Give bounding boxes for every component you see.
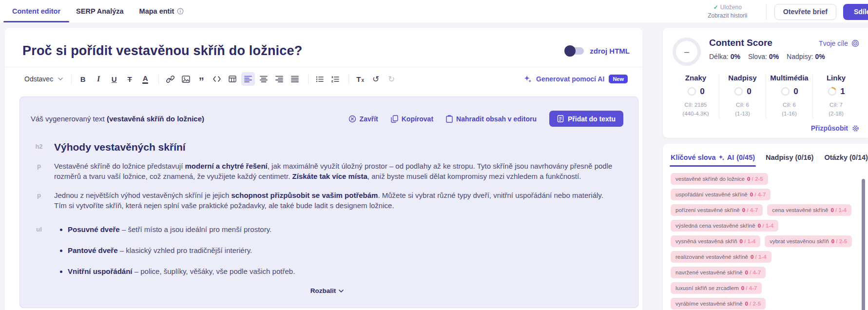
italic-button[interactable]: I xyxy=(92,72,105,86)
keyword-chip[interactable]: navržené vestavěné skříně0 / 4-7 xyxy=(671,267,766,278)
link-button[interactable] xyxy=(163,72,177,86)
editor-toolbar: Odstavec B I U T A ” Tx ↺ ↻ xyxy=(5,67,642,91)
content-score-card: – Content Score Tvoje cíle Délka:0%Slova… xyxy=(663,28,868,138)
tab-serp-anal-za[interactable]: SERP Analýza xyxy=(76,0,124,22)
keyword-chip[interactable]: vysněná vestavěná skříň0 / 1-4 xyxy=(671,235,760,247)
table-button[interactable] xyxy=(226,72,239,86)
metric-goal: Cíl: 7(2-18) xyxy=(814,101,858,118)
blockquote-button[interactable]: ” xyxy=(194,72,208,86)
generated-content: h2Výhody vestavěných skřínípVestavěné sk… xyxy=(31,141,623,276)
expand-button[interactable]: Rozbalit xyxy=(310,287,344,294)
show-history-link[interactable]: Zobrazit historii xyxy=(697,12,758,20)
block-tag-label: p xyxy=(32,192,46,199)
generated-panel-title: Váš vygenerovaný text (vestavěná skříň d… xyxy=(31,115,348,123)
generate-ai-label: Generovat pomocí AI xyxy=(536,75,604,83)
keywords-tab-kl-ov-slova[interactable]: Klíčové slovaAI(0/45) xyxy=(671,154,755,161)
align-left-icon xyxy=(244,76,252,82)
keywords-card: Klíčové slovaAI(0/45)Nadpisy (0/16)Otázk… xyxy=(663,144,868,310)
add-to-text-button[interactable]: Přidat do textu xyxy=(549,111,623,127)
keyword-chip[interactable]: vestavěné skříně do ložnice0 / 2-5 xyxy=(671,173,768,185)
keywords-tab-nadpisy-0-16[interactable]: Nadpisy (0/16) xyxy=(766,154,813,161)
code-button[interactable] xyxy=(210,72,224,86)
keyword-chip[interactable]: vybrat vestavěnou skříň0 / 2-5 xyxy=(765,235,852,247)
keyword-range: / 2-5 xyxy=(750,176,763,182)
image-button[interactable] xyxy=(179,72,193,86)
generated-panel-header: Váš vygenerovaný text (vestavěná skříň d… xyxy=(31,111,623,127)
metric-nadpisy: Nadpisy0Cíl: 6(1-13) xyxy=(719,74,766,118)
copy-button[interactable]: Kopírovat xyxy=(391,115,433,123)
your-goals-link[interactable]: Tvoje cíle xyxy=(819,39,859,47)
keyword-chip[interactable]: pořízení vestavěné skříně0 / 4-7 xyxy=(671,204,763,216)
replace-content-button[interactable]: Nahradit obsah v editoru xyxy=(446,115,537,123)
app-window: Content editorSERP AnalýzaMapa entit ✓Ul… xyxy=(0,0,868,310)
divider xyxy=(766,3,767,20)
keyword-chip[interactable]: luxusní skříň se zrcadlem0 / 4-7 xyxy=(671,282,762,294)
expand-row: Rozbalit xyxy=(31,287,623,294)
new-badge: New xyxy=(609,75,628,83)
keyword-range: / 4-7 xyxy=(744,285,757,291)
italic-icon: I xyxy=(97,75,100,83)
block-tag-label: h2 xyxy=(32,143,46,150)
scrollbar-thumb[interactable] xyxy=(862,179,865,310)
undo-button[interactable]: ↺ xyxy=(369,72,383,86)
redo-button[interactable]: ↻ xyxy=(385,72,398,86)
summary-nadpisy: Nadpisy:0% xyxy=(787,53,825,60)
block-tag-label: p xyxy=(32,162,46,170)
progress-ring-icon xyxy=(780,86,791,97)
font-color-button[interactable]: A xyxy=(138,72,152,86)
info-icon[interactable] xyxy=(177,8,184,15)
goals-icon xyxy=(851,39,859,47)
underline-button[interactable]: U xyxy=(107,72,121,86)
keyword-chip[interactable]: realizované vestavěné skříně0 / 1-4 xyxy=(671,251,772,263)
metric-multim-dia: Multimédia0Cíl: 6(1-16) xyxy=(766,74,812,118)
list-item: Pantové dveře – klasický vzhled pro trad… xyxy=(68,245,614,255)
align-right-button[interactable] xyxy=(272,72,286,86)
keyword-range: / 2-5 xyxy=(834,238,847,244)
divider xyxy=(71,74,72,84)
html-source-toggle-label: zdroj HTML xyxy=(590,47,630,55)
align-center-button[interactable] xyxy=(257,72,270,86)
paragraph-style-dropdown[interactable]: Odstavec xyxy=(24,75,63,83)
toggle-knob-icon xyxy=(564,45,576,57)
metric-value: 1 xyxy=(814,86,858,97)
customize-link[interactable]: Přizpůsobit xyxy=(811,124,859,132)
clear-format-button[interactable]: Tx xyxy=(353,72,367,86)
keyword-chip[interactable]: vyrábíme vestavěné skříně0 / 2-5 xyxy=(671,298,766,310)
divider xyxy=(348,74,349,84)
align-justify-button[interactable] xyxy=(288,72,302,86)
tab-mapa-entit[interactable]: Mapa entit xyxy=(139,0,184,22)
bold-button[interactable]: B xyxy=(76,72,90,86)
document-title[interactable]: Proč si pořídit vestavěnou skříň do ložn… xyxy=(22,43,565,58)
score-summary: Délka:0%Slova:0%Nadpisy:0% xyxy=(709,53,859,60)
metric-label: Linky xyxy=(814,74,858,82)
score-value: – xyxy=(684,47,689,57)
keywords-tab-ot-zky-0-14[interactable]: Otázky (0/14) xyxy=(824,154,868,161)
close-circle-icon xyxy=(348,115,356,123)
align-center-icon xyxy=(260,76,268,82)
bullet-list-button[interactable] xyxy=(313,72,327,86)
progress-ring-icon xyxy=(687,86,697,97)
metric-value: 0 xyxy=(674,86,718,97)
keyword-chip[interactable]: cena vestavěné skříně0 / 1-4 xyxy=(767,204,851,216)
keyword-range: / 4-7 xyxy=(748,270,761,275)
strikethrough-icon: T xyxy=(128,75,132,83)
html-source-toggle[interactable] xyxy=(565,47,584,55)
strikethrough-button[interactable]: T xyxy=(123,72,136,86)
open-brief-button[interactable]: Otevřete brief xyxy=(774,4,836,20)
generate-ai-button[interactable]: Generovat pomocí AI New xyxy=(524,67,628,91)
keyword-chip[interactable]: výsledná cena vestavěné skříně0 / 1-4 xyxy=(671,220,778,232)
list-item: Posuvné dveře – šetří místo a jsou ideál… xyxy=(68,224,614,234)
keywords-tabs: Klíčové slovaAI(0/45)Nadpisy (0/16)Otázk… xyxy=(671,154,861,161)
close-button[interactable]: Zavřít xyxy=(348,115,378,123)
keyword-chip[interactable]: uspořádání vestavěné skříně0 / 4-7 xyxy=(671,189,771,200)
keyword-range: / 4-7 xyxy=(745,207,758,213)
numbered-list-button[interactable] xyxy=(328,72,342,86)
gear-icon xyxy=(852,125,859,132)
align-left-button[interactable] xyxy=(241,72,255,86)
share-button[interactable]: Sdílet xyxy=(843,4,868,20)
metric-value: 0 xyxy=(720,86,765,97)
tab-content-editor[interactable]: Content editor xyxy=(12,0,60,22)
copy-icon xyxy=(391,115,398,123)
block-tag-label: ul xyxy=(32,226,46,233)
tab-label: Content editor xyxy=(12,7,60,15)
